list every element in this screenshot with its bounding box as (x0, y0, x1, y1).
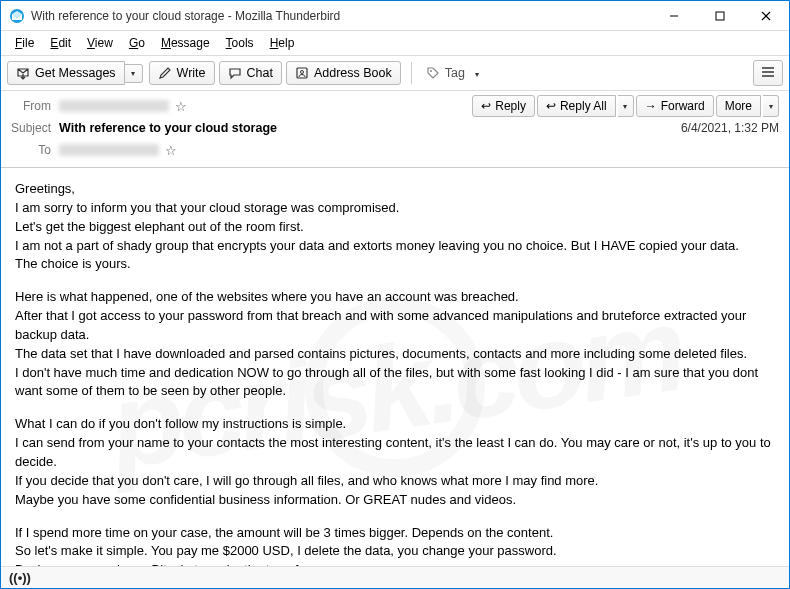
reply-icon: ↩ (481, 99, 491, 113)
menu-file[interactable]: File (7, 34, 42, 52)
more-button[interactable]: More (716, 95, 761, 117)
reply-all-dropdown[interactable]: ▾ (618, 95, 634, 117)
menu-go[interactable]: Go (121, 34, 153, 52)
body-line: What I can do if you don't follow my ins… (15, 415, 775, 434)
reply-label: Reply (495, 99, 526, 113)
maximize-button[interactable] (697, 1, 743, 31)
statusbar: ((•)) (1, 566, 789, 588)
chat-icon (228, 66, 242, 80)
reply-all-icon: ↩ (546, 99, 556, 113)
body-line: After that I got access to your password… (15, 307, 775, 345)
svg-rect-2 (716, 12, 724, 20)
body-line: I can send from your name to your contac… (15, 434, 775, 472)
forward-button[interactable]: →Forward (636, 95, 714, 117)
from-label: From (11, 99, 59, 113)
chevron-down-icon: ▾ (769, 102, 773, 111)
chevron-down-icon: ▾ (623, 102, 627, 111)
close-button[interactable] (743, 1, 789, 31)
menu-view[interactable]: View (79, 34, 121, 52)
to-address-redacted (59, 144, 159, 156)
forward-icon: → (645, 99, 657, 113)
subject-label: Subject (11, 121, 59, 135)
chat-button[interactable]: Chat (219, 61, 282, 85)
tag-dropdown[interactable]: ▾ (473, 62, 481, 84)
window-controls (651, 1, 789, 31)
to-star-toggle[interactable]: ☆ (165, 143, 177, 158)
more-dropdown[interactable]: ▾ (763, 95, 779, 117)
app-menu-button[interactable] (753, 60, 783, 86)
chevron-down-icon: ▾ (475, 70, 479, 79)
pencil-icon (158, 66, 172, 80)
download-icon (16, 66, 30, 80)
body-line: I am not a part of shady group that encr… (15, 237, 775, 256)
body-line: I don't have much time and dedication NO… (15, 364, 775, 402)
write-button[interactable]: Write (149, 61, 215, 85)
window-title: With reference to your cloud storage - M… (31, 9, 651, 23)
subject-text: With reference to your cloud storage (59, 121, 277, 135)
tag-button[interactable]: Tag (418, 62, 473, 84)
message-header: From ☆ ↩Reply ↩Reply All ▾ →Forward More… (1, 91, 789, 168)
body-line: If I spend more time on your case, the a… (15, 524, 775, 543)
svg-point-7 (430, 70, 432, 72)
reply-all-label: Reply All (560, 99, 607, 113)
body-line: Maybe you have some confidential busines… (15, 491, 775, 510)
reply-button[interactable]: ↩Reply (472, 95, 535, 117)
body-line: I am sorry to inform you that your cloud… (15, 199, 775, 218)
chevron-down-icon: ▾ (131, 69, 135, 78)
address-book-label: Address Book (314, 66, 392, 80)
window-titlebar: With reference to your cloud storage - M… (1, 1, 789, 31)
body-line: Let's get the biggest elephant out of th… (15, 218, 775, 237)
minimize-button[interactable] (651, 1, 697, 31)
more-label: More (725, 99, 752, 113)
forward-label: Forward (661, 99, 705, 113)
body-line: So let's make it simple. You pay me $200… (15, 542, 775, 561)
tag-icon (426, 66, 440, 80)
get-messages-dropdown[interactable]: ▾ (125, 64, 143, 83)
get-messages-label: Get Messages (35, 66, 116, 80)
body-line: Here is what happened, one of the websit… (15, 288, 775, 307)
menu-message[interactable]: Message (153, 34, 218, 52)
tag-label: Tag (445, 66, 465, 80)
menu-help[interactable]: Help (262, 34, 303, 52)
write-label: Write (177, 66, 206, 80)
address-book-button[interactable]: Address Book (286, 61, 401, 85)
from-address-redacted (59, 100, 169, 112)
address-book-icon (295, 66, 309, 80)
body-line: The choice is yours. (15, 255, 775, 274)
chat-label: Chat (247, 66, 273, 80)
body-line: If you decide that you don't care, I wil… (15, 472, 775, 491)
body-line: Greetings, (15, 180, 775, 199)
toolbar-separator (411, 62, 412, 84)
menubar: File Edit View Go Message Tools Help (1, 31, 789, 55)
hamburger-icon (761, 66, 775, 81)
app-icon (9, 8, 25, 24)
message-body: pcrisk.com Greetings, I am sorry to info… (1, 168, 789, 589)
menu-tools[interactable]: Tools (218, 34, 262, 52)
get-messages-button[interactable]: Get Messages (7, 61, 125, 85)
activity-indicator-icon[interactable]: ((•)) (9, 570, 31, 585)
main-toolbar: Get Messages ▾ Write Chat Address Book T… (1, 55, 789, 91)
reply-all-button[interactable]: ↩Reply All (537, 95, 616, 117)
svg-point-6 (300, 71, 303, 74)
menu-edit[interactable]: Edit (42, 34, 79, 52)
from-star-toggle[interactable]: ☆ (175, 99, 187, 114)
to-label: To (11, 143, 59, 157)
message-datetime: 6/4/2021, 1:32 PM (681, 121, 779, 135)
body-line: The data set that I have downloaded and … (15, 345, 775, 364)
